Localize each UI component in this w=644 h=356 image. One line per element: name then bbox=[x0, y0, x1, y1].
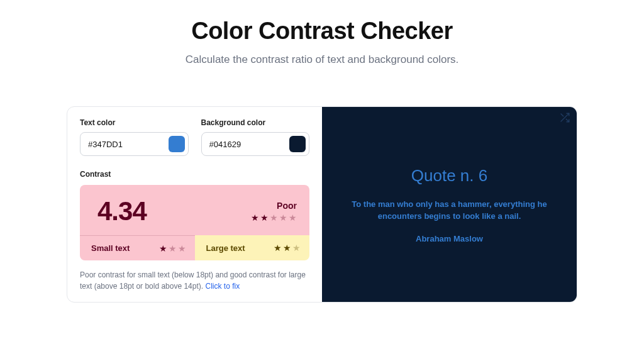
small-text-label: Small text bbox=[91, 243, 130, 253]
star-icon: ★ bbox=[292, 243, 301, 252]
contrast-rating-text: Poor bbox=[251, 201, 297, 211]
star-icon: ★ bbox=[289, 213, 297, 222]
star-icon: ★ bbox=[279, 213, 287, 222]
large-text-label: Large text bbox=[206, 243, 245, 253]
svg-line-2 bbox=[561, 114, 564, 116]
star-icon: ★ bbox=[178, 244, 186, 253]
click-to-fix-link[interactable]: Click to fix bbox=[205, 282, 240, 291]
contrast-card: Text color Background color Contrast 4.3… bbox=[67, 106, 577, 303]
preview-body: To the man who only has a hammer, everyt… bbox=[349, 198, 550, 223]
page-title: Color Contrast Checker bbox=[0, 18, 644, 45]
star-icon: ★ bbox=[260, 213, 269, 222]
shuffle-icon[interactable] bbox=[559, 112, 570, 123]
preview-author: Abraham Maslow bbox=[416, 234, 483, 243]
background-color-label: Background color bbox=[201, 118, 310, 127]
large-text-result: Large text ★★★ bbox=[195, 235, 310, 260]
contrast-hint-text: Poor contrast for small text (below 18pt… bbox=[80, 270, 306, 291]
small-text-stars: ★★★ bbox=[159, 244, 186, 253]
star-icon: ★ bbox=[159, 244, 167, 253]
text-color-label: Text color bbox=[80, 118, 189, 127]
large-text-stars: ★★★ bbox=[274, 243, 301, 252]
preview-title: Quote n. 6 bbox=[411, 166, 487, 186]
text-color-swatch[interactable] bbox=[169, 136, 185, 152]
text-color-field: Text color bbox=[80, 118, 189, 156]
contrast-ratio-value: 4.34 bbox=[97, 196, 147, 226]
preview-panel: Quote n. 6 To the man who only has a ham… bbox=[322, 107, 577, 302]
star-icon: ★ bbox=[169, 244, 177, 253]
small-text-result: Small text ★★★ bbox=[80, 235, 195, 260]
controls-panel: Text color Background color Contrast 4.3… bbox=[67, 107, 322, 302]
contrast-ratio-box: 4.34 Poor ★★★★★ bbox=[80, 185, 309, 235]
star-icon: ★ bbox=[283, 243, 291, 252]
star-icon: ★ bbox=[270, 213, 278, 222]
contrast-label: Contrast bbox=[80, 170, 309, 179]
background-color-field: Background color bbox=[201, 118, 310, 156]
background-color-swatch[interactable] bbox=[289, 136, 306, 152]
page-subtitle: Calculate the contrast ratio of text and… bbox=[0, 53, 644, 66]
star-icon: ★ bbox=[274, 243, 282, 252]
contrast-rating-stars: ★★★★★ bbox=[251, 213, 297, 222]
star-icon: ★ bbox=[251, 213, 259, 222]
contrast-hint: Poor contrast for small text (below 18pt… bbox=[80, 269, 309, 292]
